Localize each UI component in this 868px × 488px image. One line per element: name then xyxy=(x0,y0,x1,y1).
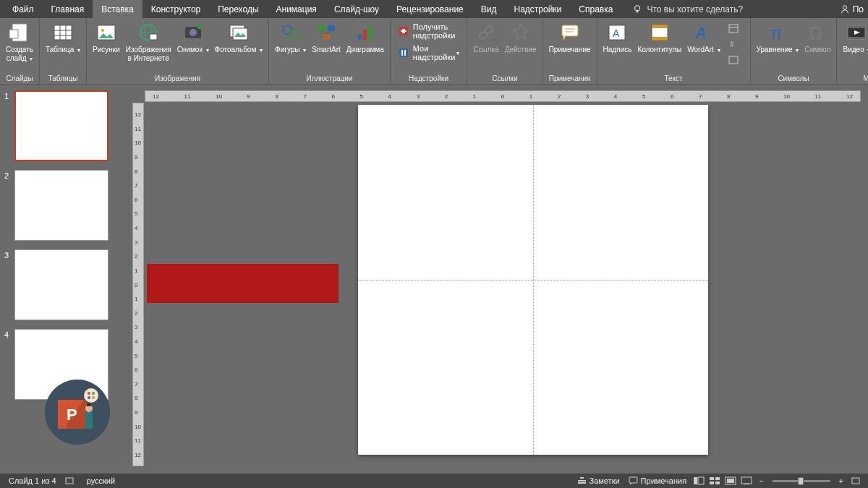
table-button[interactable]: Таблица ▾ xyxy=(43,20,83,56)
svg-text:Ω: Ω xyxy=(809,23,822,43)
video-button[interactable]: Видео ▾ xyxy=(840,20,868,56)
svg-point-11 xyxy=(101,29,104,32)
smartart-icon xyxy=(315,21,338,44)
svg-point-67 xyxy=(92,396,95,399)
comment-icon xyxy=(629,476,638,485)
svg-point-38 xyxy=(484,25,494,35)
zoom-slider[interactable] xyxy=(773,480,830,482)
svg-rect-85 xyxy=(852,478,859,484)
view-normal-button[interactable] xyxy=(691,475,707,487)
status-spellcheck-icon[interactable] xyxy=(61,476,82,485)
svg-rect-56 xyxy=(848,37,865,39)
object-button[interactable] xyxy=(725,53,746,67)
group-label: Текст xyxy=(600,74,747,84)
svg-rect-73 xyxy=(578,482,586,484)
new-slide-button[interactable]: Создать слайд ▾ xyxy=(3,20,36,65)
view-reading-button[interactable] xyxy=(723,475,739,487)
thumb-preview xyxy=(14,90,109,161)
menu-tab-надстройки[interactable]: Надстройки xyxy=(505,0,570,18)
photo-album-button[interactable]: Фотоальбом ▾ xyxy=(212,20,266,56)
svg-rect-33 xyxy=(401,30,407,32)
group-label: Примечания xyxy=(546,74,594,84)
svg-rect-46 xyxy=(652,37,668,40)
my-addins-icon xyxy=(398,47,409,59)
svg-rect-23 xyxy=(318,25,325,31)
svg-rect-24 xyxy=(328,25,335,31)
menu-tab-конструктор[interactable]: Конструктор xyxy=(142,0,209,18)
group-label: Изображения xyxy=(90,74,265,84)
pictures-button[interactable]: Рисунки xyxy=(90,20,123,56)
slide-thumbnail-2[interactable]: 2 xyxy=(0,168,127,248)
text-box-button[interactable]: AНадпись xyxy=(600,20,635,56)
ribbon-group-примечания: ПримечаниеПримечания xyxy=(543,18,597,84)
status-comments[interactable]: Примечания xyxy=(624,476,692,485)
get-addins-button[interactable]: Получить надстройки xyxy=(395,21,462,41)
smartart-button[interactable]: SmartArt xyxy=(309,20,343,56)
svg-rect-51 xyxy=(729,56,738,64)
menu-tab-анимация[interactable]: Анимация xyxy=(268,0,326,18)
svg-text:A: A xyxy=(694,24,707,42)
symbol-button: ΩСимвол xyxy=(801,20,833,56)
slide-thumbnail-1[interactable]: 1 xyxy=(0,89,127,168)
svg-rect-45 xyxy=(652,25,668,28)
svg-line-27 xyxy=(326,31,331,34)
fit-to-window-button[interactable] xyxy=(848,475,864,487)
svg-rect-72 xyxy=(578,480,586,481)
share-button[interactable]: По xyxy=(840,0,864,18)
ribbon-group-мультимедиа: Видео ▾Звук ▾Запись экранаМультимедиа xyxy=(837,18,868,84)
ribbon-group-иллюстрации: Фигуры ▾SmartArtДиаграммаИллюстрации xyxy=(269,18,391,84)
group-label: Слайды xyxy=(3,74,36,84)
view-slideshow-button[interactable] xyxy=(739,475,754,487)
svg-rect-29 xyxy=(363,30,367,40)
online-pictures-button[interactable]: Изображения в Интернете xyxy=(123,20,174,64)
group-label: Иллюстрации xyxy=(272,74,387,84)
svg-rect-75 xyxy=(629,477,637,483)
slide-thumbnail-3[interactable]: 3 xyxy=(0,248,127,328)
new-slide-icon xyxy=(8,21,31,44)
header-footer-button[interactable]: Колонтитулы xyxy=(634,20,684,56)
slide-canvas[interactable] xyxy=(358,105,708,455)
wordart-button[interactable]: AWordArt ▾ xyxy=(684,20,723,56)
svg-rect-25 xyxy=(323,34,330,40)
menu-tab-переходы[interactable]: Переходы xyxy=(209,0,267,18)
menu-tab-рецензирование[interactable]: Рецензирование xyxy=(388,0,472,18)
zoom-in-button[interactable]: + xyxy=(835,476,848,485)
screenshot-button[interactable]: Снимок ▾ xyxy=(174,20,212,56)
comment-button[interactable]: Примечание xyxy=(546,20,594,56)
ruler-vertical: 1211109876543210123456789101112 xyxy=(132,103,144,466)
text-box-icon: A xyxy=(605,21,629,44)
menu-tab-вставка[interactable]: Вставка xyxy=(93,0,142,18)
svg-point-2 xyxy=(843,5,846,9)
shapes-button[interactable]: Фигуры ▾ xyxy=(272,20,309,56)
view-sorter-button[interactable] xyxy=(707,475,723,487)
svg-rect-79 xyxy=(715,477,720,480)
svg-rect-83 xyxy=(727,479,734,483)
svg-point-0 xyxy=(635,5,640,10)
menu-tab-файл[interactable]: Файл xyxy=(4,0,43,18)
menu-tab-справка[interactable]: Справка xyxy=(570,0,621,18)
slide-number-button[interactable]: # xyxy=(725,37,746,51)
status-language[interactable]: русский xyxy=(82,476,119,485)
ribbon: Создать слайд ▾СлайдыТаблица ▾ТаблицыРис… xyxy=(0,18,868,85)
menu-tab-главная[interactable]: Главная xyxy=(43,0,93,18)
ribbon-group-изображения: РисункиИзображения в ИнтернетеСнимок ▾Фо… xyxy=(87,18,269,84)
zoom-out-button[interactable]: − xyxy=(754,476,767,485)
group-label: Символы xyxy=(754,74,834,84)
photo-album-icon xyxy=(227,21,250,44)
my-addins-button[interactable]: Мои надстройки ▾ xyxy=(395,43,462,63)
slide-editor[interactable]: 1211109876543210123456789101112 12111098… xyxy=(127,85,868,474)
equation-button[interactable]: πУравнение ▾ xyxy=(754,20,802,56)
status-slide-number[interactable]: Слайд 1 из 4 xyxy=(4,476,61,485)
status-notes[interactable]: Заметки xyxy=(573,476,624,485)
table-icon xyxy=(51,21,75,44)
chart-button[interactable]: Диаграмма xyxy=(344,20,387,56)
svg-point-17 xyxy=(190,29,197,36)
svg-line-26 xyxy=(321,31,326,34)
date-time-button[interactable] xyxy=(725,21,746,35)
tell-me-search[interactable]: Что вы хотите сделать? xyxy=(632,0,743,18)
menu-tab-слайд-шоу[interactable]: Слайд-шоу xyxy=(326,0,388,18)
person-icon xyxy=(840,4,850,14)
svg-rect-1 xyxy=(637,10,639,12)
status-bar: Слайд 1 из 4 русский Заметки Примечания … xyxy=(0,474,868,488)
menu-tab-вид[interactable]: Вид xyxy=(472,0,506,18)
